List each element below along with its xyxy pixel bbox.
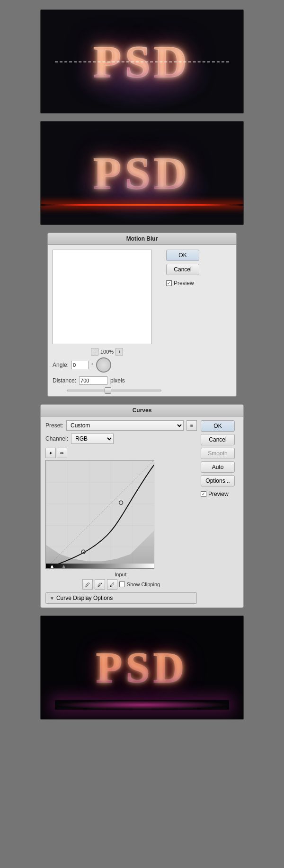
input-label: Input: [115,572,128,577]
psd-text-2: PSD [93,147,190,200]
curves-preview-label: Preview [208,491,229,497]
curve-display-options[interactable]: ▼ Curve Display Options [45,592,197,604]
motion-blur-ok-button[interactable]: OK [166,250,199,261]
curve-display-label: Curve Display Options [56,595,113,601]
red-glow-line [41,204,243,206]
zoom-in-btn[interactable]: + [115,348,123,356]
black-point-eyedropper[interactable]: 🖊 [82,579,93,590]
show-clipping-label: Show Clipping [127,582,160,587]
curve-display-arrow: ▼ [50,596,54,601]
curves-preview-checkbox[interactable]: ✓ [201,491,206,497]
zoom-out-btn[interactable]: − [91,348,98,356]
show-clipping-checkbox[interactable] [119,582,125,587]
distance-input[interactable] [79,376,107,385]
channel-label: Channel: [45,435,68,442]
pixels-label: pixels [110,377,125,384]
preview-label: Preview [174,280,194,286]
angle-input[interactable] [71,361,89,369]
distance-slider-thumb[interactable] [105,387,111,394]
preview-checkbox[interactable]: ✓ [166,280,172,286]
preset-label: Preset: [45,422,63,429]
distance-slider-track [67,390,161,391]
selection-line [55,61,229,62]
degree-symbol: ° [91,362,93,368]
panel-1: PSD [40,9,244,113]
curves-smooth-button[interactable]: Smooth [201,448,235,459]
motion-blur-title: Motion Blur [48,233,236,245]
curves-graph[interactable] [45,460,154,569]
angle-circle[interactable] [96,357,111,373]
curves-dialog: Curves Preset: Custom ≡ Channel: RGB ✦ ✏ [40,404,244,608]
preset-select[interactable]: Custom [66,420,184,431]
curve-point-tool[interactable]: ✦ [45,448,56,458]
curves-ok-button[interactable]: OK [201,420,235,432]
curve-pencil-tool[interactable]: ✏ [57,448,67,458]
motion-blur-cancel-button[interactable]: Cancel [166,264,199,275]
panel-4: PSD [40,616,244,720]
curves-menu-icon[interactable]: ≡ [186,420,197,431]
curves-auto-button[interactable]: Auto [201,461,235,473]
svg-rect-6 [46,564,154,568]
bottom-glow [55,700,229,710]
angle-label: Angle: [53,362,69,368]
panel-2: PSD [40,121,244,225]
gray-point-eyedropper[interactable]: 🖊 [95,579,105,590]
motion-blur-preview [53,250,152,344]
psd-text-4: PSD [96,643,188,692]
distance-label: Distance: [53,377,76,384]
curves-title: Curves [41,405,243,417]
zoom-level: 100% [100,349,114,355]
white-point-eyedropper[interactable]: 🖊 [107,579,117,590]
channel-select[interactable]: RGB [71,434,114,444]
curves-options-button[interactable]: Options... [201,475,235,486]
motion-blur-dialog: Motion Blur − 100% + Angle: ° Distance: … [47,233,237,397]
curves-cancel-button[interactable]: Cancel [201,434,235,445]
